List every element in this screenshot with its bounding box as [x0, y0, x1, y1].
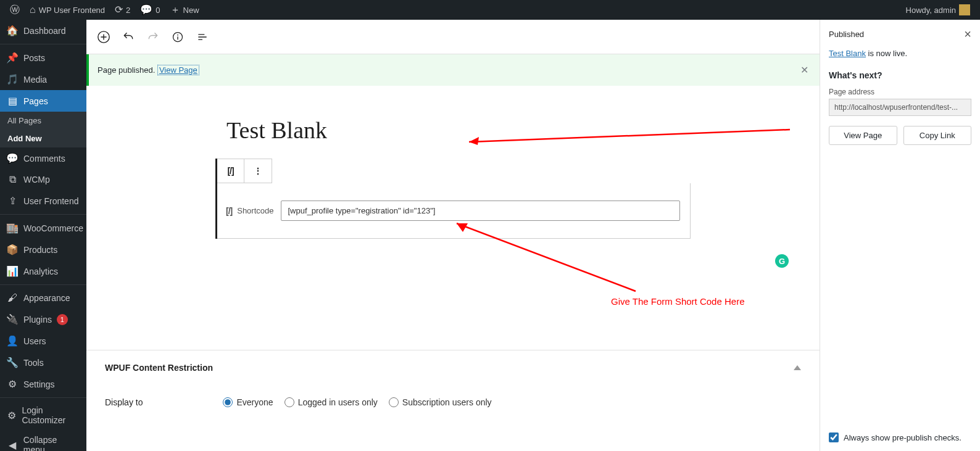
menu-collapse[interactable]: ◀Collapse menu	[0, 430, 86, 451]
whats-next-heading: What's next?	[829, 70, 971, 80]
menu-userfrontend[interactable]: ⇪User Frontend	[0, 190, 86, 212]
account-link[interactable]: Howdy, admin	[901, 0, 975, 20]
page-title[interactable]: Test Blank	[226, 117, 691, 144]
live-message: Test Blank is now live.	[829, 49, 971, 58]
product-icon: 📦	[6, 244, 19, 255]
page-icon: ▤	[6, 95, 19, 107]
more-icon: ⋮	[254, 166, 262, 176]
menu-analytics[interactable]: 📊Analytics	[0, 260, 86, 282]
site-link[interactable]: ⌂WP User Frontend	[25, 0, 110, 20]
pin-icon: 📌	[6, 52, 19, 64]
sub-all-pages[interactable]: All Pages	[0, 112, 86, 130]
chat-icon: 💬	[6, 152, 19, 164]
menu-comments[interactable]: 💬Comments	[0, 147, 86, 169]
site-name: WP User Frontend	[39, 6, 105, 15]
wp-logo[interactable]: ⓦ	[5, 0, 25, 20]
grammarly-badge[interactable]: G	[775, 254, 789, 268]
publish-status: Published	[829, 30, 864, 39]
svg-point-2	[177, 34, 178, 35]
sub-add-new[interactable]: Add New	[0, 130, 86, 147]
display-to-label: Display to	[105, 397, 143, 407]
panel-close-button[interactable]: ×	[964, 27, 971, 41]
undo-icon	[122, 31, 135, 43]
menu-login-customizer[interactable]: ⚙Login Customizer	[0, 400, 86, 430]
dashboard-icon: 🏠	[6, 25, 19, 36]
prepublish-checkbox[interactable]	[829, 432, 839, 442]
redo-button[interactable]	[142, 26, 164, 48]
chevron-up-icon	[794, 365, 801, 370]
document: Test Blank [/] ⋮ [/] Shortcode	[203, 86, 703, 251]
grammarly-icon: G	[779, 257, 785, 266]
wrench-icon: 🔧	[6, 357, 19, 368]
menu-users[interactable]: 👤Users	[0, 330, 86, 352]
shortcode-label-group: [/] Shortcode	[226, 206, 273, 216]
undo-button[interactable]	[117, 26, 139, 48]
admin-sidebar: 🏠Dashboard 📌Posts 🎵Media ▤Pages All Page…	[0, 20, 86, 451]
shortcode-input[interactable]	[281, 201, 680, 221]
prepublish-label: Always show pre-publish checks.	[844, 433, 961, 442]
user-icon: 👤	[6, 335, 19, 347]
shortcode-icon: [/]	[226, 206, 232, 216]
sliders-icon: ⚙	[6, 378, 19, 390]
address-field[interactable]: http://localhost/wpuserfrontend/test-...	[829, 99, 971, 116]
menu-products[interactable]: 📦Products	[0, 239, 86, 260]
prepublish-checkbox-row[interactable]: Always show pre-publish checks.	[829, 432, 971, 442]
notice-view-link[interactable]: View Page	[157, 65, 199, 75]
admin-bar: ⓦ ⌂WP User Frontend ⟳2 💬0 ＋New Howdy, ad…	[0, 0, 980, 20]
restriction-heading-row[interactable]: WPUF Content Restriction	[105, 363, 801, 373]
menu-posts[interactable]: 📌Posts	[0, 47, 86, 68]
wordpress-icon: ⓦ	[10, 5, 20, 15]
block-more-button[interactable]: ⋮	[244, 159, 272, 183]
new-link[interactable]: ＋New	[165, 0, 204, 20]
updates-link[interactable]: ⟳2	[110, 0, 135, 20]
info-button[interactable]	[167, 26, 189, 48]
menu-pages[interactable]: ▤Pages	[0, 90, 86, 112]
update-icon: ⟳	[115, 5, 123, 15]
block-toolbar: [/] ⋮	[217, 159, 272, 183]
block-type-button[interactable]: [/]	[217, 159, 244, 183]
avatar	[959, 4, 970, 15]
plugins-badge: 1	[57, 314, 68, 325]
list-icon	[196, 31, 209, 43]
menu-dashboard[interactable]: 🏠Dashboard	[0, 20, 86, 41]
plus-circle-icon	[97, 30, 110, 44]
opt-subscription[interactable]: Subscription users only	[389, 397, 492, 407]
analytics-icon: 📊	[6, 265, 19, 277]
menu-media[interactable]: 🎵Media	[0, 68, 86, 90]
menu-appearance[interactable]: 🖌Appearance	[0, 288, 86, 308]
menu-plugins[interactable]: 🔌Plugins1	[0, 308, 86, 330]
opt-everyone[interactable]: Everyone	[223, 397, 273, 407]
notice-text: Page published.	[98, 65, 155, 75]
wcmp-icon: ⧉	[6, 174, 19, 185]
add-block-button[interactable]	[93, 26, 115, 48]
publish-notice: Page published. View Page ✕	[86, 54, 820, 86]
display-to-options: Everyone Logged in users only Subscripti…	[223, 397, 491, 407]
menu-settings[interactable]: ⚙Settings	[0, 373, 86, 395]
address-label: Page address	[829, 88, 971, 96]
submenu-pages: All Pages Add New	[0, 112, 86, 147]
shortcode-block[interactable]: [/] ⋮ [/] Shortcode	[215, 159, 691, 239]
collapse-icon: ◀	[6, 439, 19, 451]
restriction-heading: WPUF Content Restriction	[105, 363, 213, 373]
userfrontend-icon: ⇪	[6, 195, 19, 207]
editor-area: Page published. View Page ✕ Test Blank […	[86, 20, 820, 451]
outline-button[interactable]	[191, 26, 214, 48]
updates-count: 2	[126, 6, 130, 15]
opt-logged-in[interactable]: Logged in users only	[284, 397, 378, 407]
live-page-link[interactable]: Test Blank	[829, 49, 866, 58]
menu-woocommerce[interactable]: 🏬WooCommerce	[0, 217, 86, 239]
menu-tools[interactable]: 🔧Tools	[0, 352, 86, 373]
comments-link[interactable]: 💬0	[135, 0, 165, 20]
live-suffix: is now live.	[866, 49, 907, 58]
media-icon: 🎵	[6, 73, 19, 85]
brush-icon: 🖌	[6, 292, 19, 304]
menu-wcmp[interactable]: ⧉WCMp	[0, 169, 86, 190]
comments-count: 0	[156, 6, 160, 15]
gear-icon: ⚙	[6, 410, 17, 421]
woo-icon: 🏬	[6, 222, 19, 234]
plus-icon: ＋	[170, 5, 180, 15]
copy-link-button[interactable]: Copy Link	[903, 126, 972, 145]
notice-close-button[interactable]: ✕	[798, 62, 811, 78]
close-icon: ✕	[800, 65, 808, 75]
view-page-button[interactable]: View Page	[829, 126, 897, 145]
